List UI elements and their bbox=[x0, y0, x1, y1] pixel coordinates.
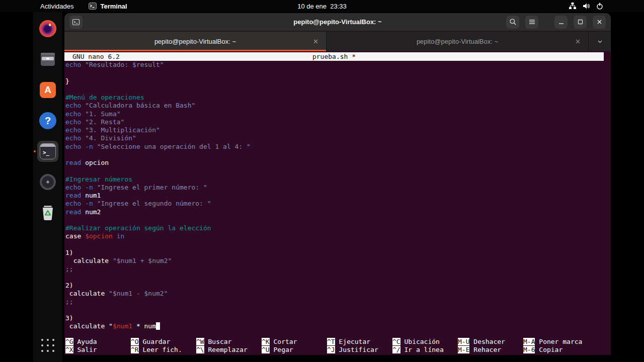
shortcut-salir: ^X Salir bbox=[65, 346, 131, 354]
shortcut-ejecutar: ^T Ejecutar bbox=[327, 338, 392, 346]
code-line bbox=[65, 241, 611, 249]
nano-title-bar: GNU nano 6.2 prueba.sh * bbox=[64, 52, 604, 61]
dock-item-ubuntu-software[interactable]: A bbox=[37, 79, 58, 101]
code-line: 2) bbox=[65, 282, 611, 290]
code-line: 1) bbox=[65, 249, 611, 257]
shortcut-buscar: ^W Buscar bbox=[196, 338, 262, 346]
code-line: } bbox=[65, 77, 611, 85]
code-line: echo "4. División" bbox=[65, 134, 611, 142]
shortcut-ubicaci-n: ^C Ubicación bbox=[392, 338, 458, 346]
code-line: echo "1. Suma" bbox=[65, 110, 611, 118]
close-button[interactable] bbox=[593, 16, 606, 29]
top-bar: Actividades Terminal 10 de ene 23:33 bbox=[0, 0, 644, 12]
shortcut-pegar: ^U Pegar bbox=[262, 346, 327, 354]
firefox-icon bbox=[39, 20, 56, 37]
code-line: ;; bbox=[65, 265, 611, 273]
code-line: ;; bbox=[65, 298, 611, 306]
maximize-button[interactable] bbox=[574, 16, 587, 29]
power-icon bbox=[596, 2, 604, 10]
shortcut-ayuda: ^G Ayuda bbox=[65, 338, 131, 346]
shortcut-justificar: ^J Justificar bbox=[327, 346, 392, 354]
system-indicators[interactable] bbox=[569, 0, 604, 12]
menu-button[interactable] bbox=[525, 16, 538, 29]
dock-item-files[interactable] bbox=[37, 49, 58, 70]
tab-bar: pepito@pepito-VirtualBox: ~ pepito@pepit… bbox=[64, 32, 611, 51]
code-line bbox=[65, 216, 611, 224]
tab-2[interactable]: pepito@pepito-VirtualBox: ~ bbox=[327, 32, 589, 51]
desktop: Actividades Terminal 10 de ene 23:33 bbox=[0, 0, 644, 362]
tab-1[interactable]: pepito@pepito-VirtualBox: ~ bbox=[64, 32, 327, 51]
shortcut-guardar: ^O Guardar bbox=[131, 338, 196, 346]
tab-1-title: pepito@pepito-VirtualBox: ~ bbox=[154, 38, 236, 45]
tab-list-chevron-down-icon[interactable] bbox=[589, 32, 611, 51]
dock-item-disc[interactable] bbox=[37, 171, 58, 193]
ubuntu-software-icon: A bbox=[40, 82, 56, 98]
terminal-screen[interactable]: GNU nano 6.2 prueba.sh * echo "Resultado… bbox=[64, 51, 611, 355]
shortcut-deshacer: M-U Deshacer bbox=[458, 338, 523, 346]
help-icon: ? bbox=[39, 112, 56, 129]
dock-item-trash[interactable] bbox=[37, 202, 58, 223]
focused-app-label: Terminal bbox=[100, 3, 127, 10]
code-line: read opcion bbox=[65, 159, 611, 167]
terminal-app-icon bbox=[89, 3, 97, 10]
code-line bbox=[65, 274, 611, 282]
code-line: calculate "$num1 * num bbox=[65, 322, 611, 330]
disc-icon bbox=[40, 174, 56, 190]
code-line: read num1 bbox=[65, 192, 611, 200]
code-line: echo "Calculadora básica en Bash" bbox=[65, 102, 611, 110]
code-line: echo -n "Ingrese el primer número: " bbox=[65, 184, 611, 192]
files-icon bbox=[40, 51, 56, 67]
code-line: case $opcion in bbox=[65, 232, 611, 240]
minimize-button[interactable] bbox=[554, 16, 568, 29]
shortcut-leer-fich-: ^R Leer fich. bbox=[131, 346, 196, 354]
show-applications-button[interactable] bbox=[41, 339, 54, 352]
code-line bbox=[65, 69, 611, 77]
shortcut-cortar: ^K Cortar bbox=[262, 338, 327, 346]
shortcut-ir-a-l-nea: ^/ Ir a línea bbox=[392, 346, 458, 354]
nano-shortcuts: ^G Ayuda^X Salir^O Guardar^R Leer fich.^… bbox=[65, 338, 589, 354]
tab-2-close-icon[interactable] bbox=[573, 37, 582, 46]
trash-icon bbox=[40, 205, 55, 221]
terminal-dock-icon: >_ bbox=[40, 143, 56, 159]
tab-1-close-icon[interactable] bbox=[311, 37, 320, 46]
code-line: calculate "$num1 + $num2" bbox=[65, 257, 611, 265]
code-line: calculate "$num1 - $num2" bbox=[65, 290, 611, 298]
network-icon bbox=[569, 2, 577, 10]
code-line: echo "3. Multiplicación" bbox=[65, 126, 611, 134]
nano-code: echo "Resultado: $result"}#Menú de opera… bbox=[65, 61, 611, 330]
search-button[interactable] bbox=[506, 16, 519, 29]
code-line bbox=[65, 167, 611, 175]
terminal-window: pepito@pepito-VirtualBox: ~ bbox=[64, 13, 611, 355]
activities-button[interactable]: Actividades bbox=[40, 3, 73, 10]
code-line bbox=[65, 85, 611, 94]
code-line: echo -n "Ingrese el segundo número: " bbox=[65, 200, 611, 208]
shortcut-reemplazar: ^\ Reemplazar bbox=[196, 346, 262, 354]
tab-2-title: pepito@pepito-VirtualBox: ~ bbox=[417, 38, 498, 45]
code-line: echo -n "Seleccione una operación del 1 … bbox=[65, 143, 611, 151]
code-line: #Ingresar números bbox=[65, 175, 611, 184]
clock[interactable]: 10 de ene 23:33 bbox=[297, 3, 347, 10]
shortcut-rehacer: M-E Rehacer bbox=[458, 346, 523, 354]
code-line bbox=[65, 151, 611, 159]
dock-item-firefox[interactable] bbox=[37, 18, 58, 39]
nano-filename: prueba.sh * bbox=[64, 53, 604, 60]
code-line bbox=[65, 306, 611, 314]
code-line: #Realizar operación según la elección bbox=[65, 224, 611, 232]
shortcut-copiar: M-6 Copiar bbox=[523, 346, 589, 354]
dock-item-help[interactable]: ? bbox=[37, 110, 58, 131]
shortcut-poner-marca: M-A Poner marca bbox=[523, 338, 589, 346]
new-terminal-button[interactable] bbox=[69, 16, 83, 29]
code-line: #Menú de operaciones bbox=[65, 94, 611, 102]
code-line: read num2 bbox=[65, 208, 611, 216]
dock-item-terminal[interactable]: >_ bbox=[37, 141, 58, 162]
dock: A ? >_ bbox=[33, 12, 62, 362]
volume-icon bbox=[582, 2, 590, 10]
text-cursor bbox=[156, 322, 160, 330]
code-line: echo "Resultado: $result" bbox=[65, 61, 611, 69]
code-line: 3) bbox=[65, 314, 611, 322]
window-headerbar: pepito@pepito-VirtualBox: ~ bbox=[64, 13, 611, 31]
focused-app-menu[interactable]: Terminal bbox=[89, 3, 127, 10]
code-line: echo "2. Resta" bbox=[65, 118, 611, 126]
